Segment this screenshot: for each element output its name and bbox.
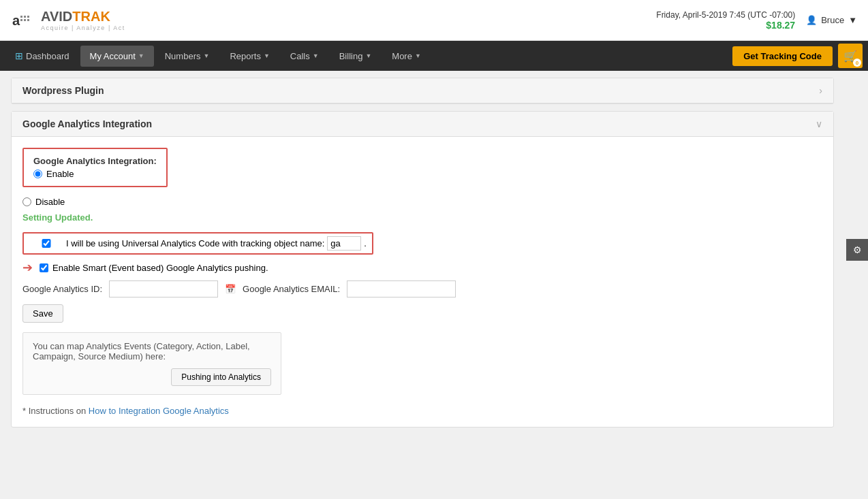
calls-caret: ▼: [313, 52, 319, 59]
nav-calls-label: Calls: [290, 51, 310, 61]
google-analytics-title: Google Analytics Integration: [22, 118, 152, 129]
smart-push-label: Enable Smart (Event based) Google Analyt…: [52, 263, 268, 273]
user-menu[interactable]: 👤 Bruce ▼: [806, 15, 857, 25]
nav-bar: ⊞ Dashboard My Account ▼ Numbers ▼ Repor…: [0, 41, 868, 71]
user-dropdown-arrow: ▼: [848, 15, 857, 25]
svg-rect-2: [20, 16, 22, 18]
nav-dashboard-label: Dashboard: [26, 51, 69, 61]
wordpress-plugin-title: Wordpress Plugin: [22, 85, 104, 96]
wordpress-chevron-right-icon: ›: [819, 85, 822, 96]
cart-badge: 0: [853, 59, 861, 67]
instructions-link[interactable]: How to Integration Google Analytics: [89, 406, 229, 416]
svg-rect-6: [24, 19, 26, 21]
logo-text: AVIDTRAK Acquire | Analyze | Act: [41, 9, 125, 31]
user-icon: 👤: [806, 15, 817, 25]
setting-updated: Setting Updated.: [22, 212, 822, 223]
logo-icon: a: [11, 7, 37, 33]
universal-analytics-checkbox[interactable]: [29, 239, 63, 248]
wordpress-plugin-header[interactable]: Wordpress Plugin ›: [12, 78, 833, 103]
enable-row: Enable: [33, 169, 157, 179]
calendar-icon[interactable]: 📅: [225, 284, 236, 294]
nav-more[interactable]: More ▼: [382, 46, 431, 67]
ga-fields-row: Google Analytics ID: 📅 Google Analytics …: [22, 280, 822, 297]
nav-reports-label: Reports: [230, 51, 261, 61]
pushing-into-analytics-button[interactable]: Pushing into Analytics: [171, 368, 271, 386]
billing-caret: ▼: [365, 52, 371, 59]
dashboard-icon: ⊞: [15, 50, 23, 61]
ga-enable-box: Google Analytics Integration: Enable: [22, 148, 168, 187]
nav-numbers-label: Numbers: [165, 51, 201, 61]
arrow-indicator: ➔: [22, 260, 33, 275]
get-tracking-code-button[interactable]: Get Tracking Code: [732, 46, 833, 66]
header-right: Friday, April-5-2019 7:45 (UTC -07:00) $…: [656, 10, 857, 31]
ga-email-label: Google Analytics EMAIL:: [243, 284, 340, 294]
settings-icon-button[interactable]: ⚙: [846, 239, 868, 261]
reports-caret: ▼: [264, 52, 270, 59]
datetime-text: Friday, April-5-2019 7:45 (UTC -07:00): [656, 10, 795, 20]
ga-id-input[interactable]: [109, 280, 218, 297]
wordpress-plugin-panel: Wordpress Plugin ›: [11, 78, 834, 104]
instructions-prefix: * Instructions on: [22, 406, 86, 416]
svg-rect-3: [24, 16, 26, 18]
disable-label: Disable: [35, 197, 65, 207]
save-button[interactable]: Save: [22, 304, 63, 323]
google-analytics-panel: Google Analytics Integration ∨ Google An…: [11, 111, 834, 428]
logo-area: a AVIDTRAK Acquire | Analyze | Act: [11, 7, 125, 33]
nav-calls[interactable]: Calls ▼: [281, 46, 328, 67]
more-caret: ▼: [415, 52, 421, 59]
svg-text:a: a: [12, 13, 20, 28]
ga-email-input[interactable]: [347, 280, 456, 297]
username: Bruce: [821, 15, 844, 25]
ga-integration-label: Google Analytics Integration:: [33, 156, 157, 166]
info-box-text: You can map Analytics Events (Category, …: [33, 341, 271, 361]
tracking-object-suffix: .: [364, 238, 367, 248]
nav-billing-label: Billing: [339, 51, 363, 61]
cart-button[interactable]: 🛒 0: [838, 44, 863, 68]
instructions-row: * Instructions on How to Integration Goo…: [22, 406, 822, 416]
smart-push-row: ➔ Enable Smart (Event based) Google Anal…: [22, 260, 822, 275]
nav-right: Get Tracking Code 🛒 0: [732, 44, 863, 68]
nav-more-label: More: [392, 51, 412, 61]
top-header: a AVIDTRAK Acquire | Analyze | Act Frida…: [0, 0, 868, 41]
svg-rect-4: [27, 16, 29, 18]
google-analytics-body: Google Analytics Integration: Enable Dis…: [12, 137, 833, 427]
main-content: Wordpress Plugin › Google Analytics Inte…: [0, 71, 845, 441]
my-account-caret: ▼: [138, 52, 144, 59]
numbers-caret: ▼: [203, 52, 209, 59]
google-analytics-header[interactable]: Google Analytics Integration ∨: [12, 112, 833, 137]
disable-radio[interactable]: [22, 197, 31, 206]
tracking-object-input[interactable]: ga: [327, 236, 361, 251]
nav-my-account[interactable]: My Account ▼: [80, 46, 154, 67]
nav-reports[interactable]: Reports ▼: [220, 46, 279, 67]
nav-my-account-label: My Account: [90, 51, 136, 61]
logo-tagline: Acquire | Analyze | Act: [41, 25, 125, 31]
universal-analytics-row: I will be using Universal Analytics Code…: [22, 232, 822, 255]
nav-billing[interactable]: Billing ▼: [330, 46, 382, 67]
disable-row: Disable: [22, 197, 822, 207]
ga-chevron-down-icon: ∨: [816, 118, 822, 129]
smart-push-checkbox[interactable]: [40, 263, 48, 272]
gear-icon: ⚙: [853, 244, 862, 255]
svg-rect-7: [27, 19, 29, 21]
date-time: Friday, April-5-2019 7:45 (UTC -07:00) $…: [656, 10, 795, 31]
svg-rect-5: [20, 19, 22, 21]
enable-radio[interactable]: [33, 170, 42, 178]
tracking-object-box: I will be using Universal Analytics Code…: [22, 232, 373, 255]
enable-label: Enable: [46, 169, 74, 179]
balance: $18.27: [656, 20, 795, 31]
ga-id-label: Google Analytics ID:: [22, 284, 102, 294]
nav-numbers[interactable]: Numbers ▼: [155, 46, 219, 67]
info-box: You can map Analytics Events (Category, …: [22, 332, 281, 395]
universal-analytics-label: I will be using Universal Analytics Code…: [66, 238, 324, 248]
nav-dashboard[interactable]: ⊞ Dashboard: [5, 45, 79, 67]
